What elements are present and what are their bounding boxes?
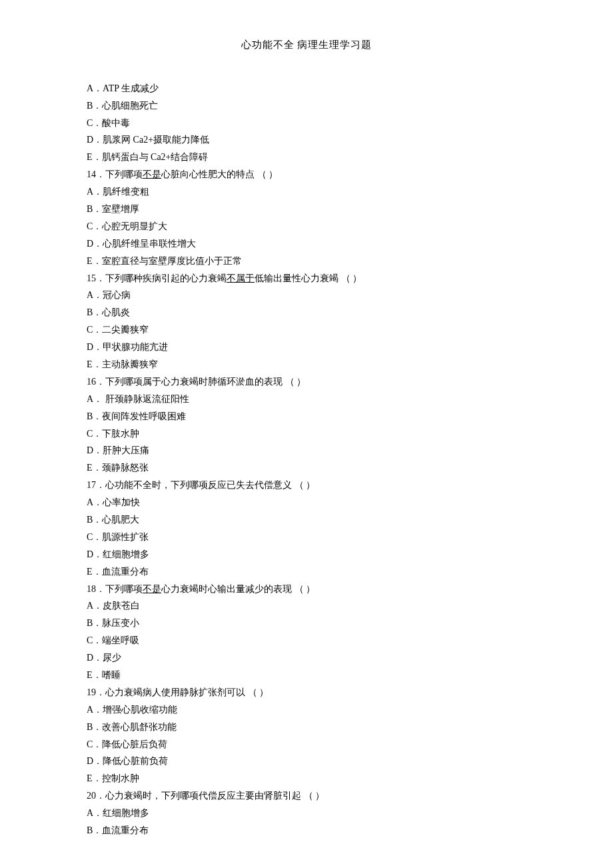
underline-text: 不是 — [143, 584, 161, 594]
option: E．主动脉瓣狭窄 — [87, 356, 526, 373]
option: D．红细胞增多 — [87, 546, 526, 563]
question-stem: 14．下列哪项不是心脏向心性肥大的特点 （ ） — [87, 166, 526, 183]
option: A．冠心病 — [87, 287, 526, 304]
question-stem: 18．下列哪项不是心力衰竭时心输出量减少的表现 （ ） — [87, 581, 526, 598]
page-title: 心功能不全 病理生理学习题 — [87, 36, 526, 55]
q20: 20．心力衰竭时，下列哪项代偿反应主要由肾脏引起 （ ） A．红细胞增多 B．血… — [87, 787, 526, 839]
option: A．增强心肌收缩功能 — [87, 701, 526, 719]
option: A．ATP 生成减少 — [87, 80, 526, 97]
q13-options: A．ATP 生成减少 B．心肌细胞死亡 C．酸中毒 D．肌浆网 Ca2+摄取能力… — [87, 80, 526, 166]
option: D．甲状腺功能亢进 — [87, 339, 526, 356]
option: B．夜间阵发性呼吸困难 — [87, 408, 526, 425]
option: D．降低心脏前负荷 — [87, 753, 526, 770]
option: C．酸中毒 — [87, 115, 526, 132]
option: B．心肌炎 — [87, 304, 526, 321]
q18: 18．下列哪项不是心力衰竭时心输出量减少的表现 （ ） A．皮肤苍白 B．脉压变… — [87, 581, 526, 684]
question-stem: 17．心功能不全时，下列哪项反应已失去代偿意义 （ ） — [87, 477, 526, 494]
question-stem: 15．下列哪种疾病引起的心力衰竭不属于低输出量性心力衰竭 （ ） — [87, 270, 526, 287]
q15: 15．下列哪种疾病引起的心力衰竭不属于低输出量性心力衰竭 （ ） A．冠心病 B… — [87, 270, 526, 373]
option: E．肌钙蛋白与 Ca2+结合障碍 — [87, 149, 526, 166]
option: B．室壁增厚 — [87, 201, 526, 218]
option: D．尿少 — [87, 649, 526, 667]
option: B．脉压变小 — [87, 615, 526, 632]
question-stem: 19．心力衰竭病人使用静脉扩张剂可以 （ ） — [87, 684, 526, 701]
option: C．降低心脏后负荷 — [87, 736, 526, 753]
option: A．皮肤苍白 — [87, 597, 526, 615]
option: E．嗜睡 — [87, 667, 526, 684]
option: D．肝肿大压痛 — [87, 442, 526, 459]
q16: 16．下列哪项属于心力衰竭时肺循环淤血的表现 （ ） A． 肝颈静脉返流征阳性 … — [87, 373, 526, 477]
q14: 14．下列哪项不是心脏向心性肥大的特点 （ ） A．肌纤维变粗 B．室壁增厚 C… — [87, 166, 526, 269]
option: C．心腔无明显扩大 — [87, 218, 526, 235]
option: D．肌浆网 Ca2+摄取能力降低 — [87, 131, 526, 149]
option: A．红细胞增多 — [87, 805, 526, 822]
underline-text: 不属于 — [227, 273, 255, 283]
option: E．室腔直径与室壁厚度比值小于正常 — [87, 253, 526, 270]
q19: 19．心力衰竭病人使用静脉扩张剂可以 （ ） A．增强心肌收缩功能 B．改善心肌… — [87, 684, 526, 787]
option: A．肌纤维变粗 — [87, 183, 526, 201]
option: A． 肝颈静脉返流征阳性 — [87, 391, 526, 408]
q17: 17．心功能不全时，下列哪项反应已失去代偿意义 （ ） A．心率加快 B．心肌肥… — [87, 477, 526, 580]
option: E．控制水肿 — [87, 770, 526, 787]
option: B．心肌细胞死亡 — [87, 97, 526, 115]
option: B．血流重分布 — [87, 822, 526, 839]
option: C．下肢水肿 — [87, 425, 526, 443]
option: B．改善心肌舒张功能 — [87, 719, 526, 736]
option: E．颈静脉怒张 — [87, 459, 526, 477]
question-stem: 20．心力衰竭时，下列哪项代偿反应主要由肾脏引起 （ ） — [87, 787, 526, 805]
option: C．二尖瓣狭窄 — [87, 321, 526, 339]
option: A．心率加快 — [87, 494, 526, 511]
option: B．心肌肥大 — [87, 511, 526, 529]
option: C．端坐呼吸 — [87, 632, 526, 649]
underline-text: 不是 — [143, 169, 161, 179]
option: D．心肌纤维呈串联性增大 — [87, 235, 526, 253]
option: E．血流重分布 — [87, 563, 526, 581]
option: C．肌源性扩张 — [87, 529, 526, 546]
question-stem: 16．下列哪项属于心力衰竭时肺循环淤血的表现 （ ） — [87, 373, 526, 391]
